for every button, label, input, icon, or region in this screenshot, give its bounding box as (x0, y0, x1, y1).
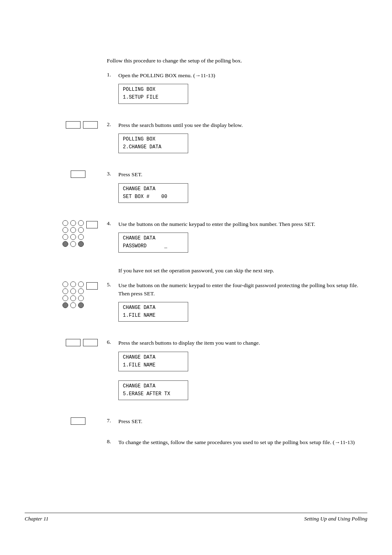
content-area: Follow this procedure to change the setu… (107, 0, 367, 451)
step-1-content: Open the POLLING BOX menu. (→11-13) POLL… (118, 71, 367, 113)
set-button-3[interactable] (71, 170, 85, 180)
keypad-5 (62, 281, 98, 308)
step-7-content: Press SET. (118, 417, 367, 430)
keypad-grid-5[interactable] (62, 281, 85, 308)
step-2-content: Press the search buttons until you see t… (118, 121, 367, 163)
key-2[interactable] (70, 220, 76, 226)
step-3-text: Press SET. (118, 170, 367, 179)
lcd-display-3: CHANGE DATA SET BOX # 00 (118, 183, 188, 203)
note-text: If you have not set the operation passwo… (118, 267, 367, 274)
step-4-text: Use the buttons on the numeric keypad to… (118, 220, 367, 228)
key-3[interactable] (78, 220, 84, 226)
key-5-3[interactable] (78, 281, 84, 287)
step-1-number: 1. (107, 71, 118, 78)
key-5-5[interactable] (70, 288, 76, 294)
lcd-display-4: CHANGE DATA PASSWORD _ (118, 233, 188, 252)
key-5-7[interactable] (62, 295, 68, 301)
step-3-number: 3. (107, 170, 118, 177)
key-1[interactable] (62, 220, 68, 226)
step-2-text: Press the search buttons until you see t… (118, 121, 367, 129)
key-5-6[interactable] (78, 288, 84, 294)
search-buttons-6[interactable] (66, 339, 98, 346)
keypad-grid-4[interactable] (62, 220, 85, 247)
key-9[interactable] (78, 234, 84, 240)
footer-chapter: Chapter 11 (25, 516, 48, 522)
step-5-display: CHANGE DATA 1.FILE NAME (118, 302, 367, 326)
step-8-number: 8. (107, 438, 118, 445)
step-5-content: Use the buttons on the numeric keypad to… (118, 281, 367, 331)
step-8-text: To change the settings, follow the same … (118, 438, 367, 447)
intro-text: Follow this procedure to change the setu… (107, 58, 367, 64)
step-5-text: Use the buttons on the numeric keypad to… (118, 281, 367, 298)
step-6-display-b: CHANGE DATA 5.ERASE AFTER TX (118, 380, 367, 404)
footer-title: Setting Up and Using Polling (304, 516, 367, 522)
search-button-left-6[interactable] (66, 339, 81, 346)
search-button-right-6[interactable] (83, 339, 98, 346)
step-4-content: Use the buttons on the numeric keypad to… (118, 220, 367, 262)
set-btn-7[interactable] (71, 417, 85, 425)
key-5-1[interactable] (62, 281, 68, 287)
step-6-content: Press the search buttons to display the … (118, 339, 367, 409)
step-4-number: 4. (107, 220, 118, 227)
key-8[interactable] (70, 234, 76, 240)
key-4[interactable] (62, 227, 68, 233)
step-7-number: 7. (107, 417, 118, 424)
step-8-content: To change the settings, follow the same … (118, 438, 367, 451)
set-btn-4[interactable] (86, 221, 98, 228)
key-6[interactable] (78, 227, 84, 233)
page: Follow this procedure to change the setu… (0, 0, 392, 555)
search-button-right[interactable] (83, 121, 98, 129)
keypad-4 (62, 220, 98, 247)
lcd-display-5: CHANGE DATA 1.FILE NAME (118, 302, 188, 322)
lcd-display-6b: CHANGE DATA 5.ERASE AFTER TX (118, 380, 188, 400)
key-0[interactable] (70, 241, 76, 247)
key-hash[interactable] (78, 241, 84, 247)
set-button-5[interactable] (86, 282, 98, 291)
set-button-beside-keypad[interactable] (86, 221, 98, 230)
set-button-7[interactable] (71, 417, 85, 426)
step-5-number: 5. (107, 281, 118, 288)
step-3-display: CHANGE DATA SET BOX # 00 (118, 183, 367, 207)
key-5-hash[interactable] (78, 302, 84, 308)
footer: Chapter 11 Setting Up and Using Polling (25, 513, 367, 522)
lcd-display-2: POLLING BOX 2.CHANGE DATA (118, 134, 188, 153)
step-6-text: Press the search buttons to display the … (118, 339, 367, 347)
step-7-text: Press SET. (118, 417, 367, 426)
step-2-number: 2. (107, 121, 118, 128)
step-2-display: POLLING BOX 2.CHANGE DATA (118, 134, 367, 157)
step-4-display: CHANGE DATA PASSWORD _ (118, 233, 367, 256)
key-5-4[interactable] (62, 288, 68, 294)
set-btn-5[interactable] (86, 282, 98, 290)
key-7[interactable] (62, 234, 68, 240)
key-5-0[interactable] (70, 302, 76, 308)
note-paragraph: If you have not set the operation passwo… (118, 267, 367, 274)
lcd-display-6a: CHANGE DATA 1.FILE NAME (118, 352, 188, 371)
set-button[interactable] (71, 170, 85, 178)
key-5-2[interactable] (70, 281, 76, 287)
step-3-content: Press SET. CHANGE DATA SET BOX # 00 (118, 170, 367, 212)
key-5-9[interactable] (78, 295, 84, 301)
search-buttons-2[interactable] (66, 121, 98, 129)
step-1: 1. Open the POLLING BOX menu. (→11-13) P… (107, 71, 367, 113)
key-5-8[interactable] (70, 295, 76, 301)
search-button-left[interactable] (66, 121, 81, 129)
step-1-text: Open the POLLING BOX menu. (→11-13) (118, 71, 367, 80)
key-star[interactable] (62, 241, 68, 247)
step-1-display: POLLING BOX 1.SETUP FILE (118, 84, 367, 108)
step-6-display-a: CHANGE DATA 1.FILE NAME (118, 352, 367, 375)
step-6-number: 6. (107, 339, 118, 345)
key-5[interactable] (70, 227, 76, 233)
lcd-display-1: POLLING BOX 1.SETUP FILE (118, 84, 188, 104)
key-5-star[interactable] (62, 302, 68, 308)
